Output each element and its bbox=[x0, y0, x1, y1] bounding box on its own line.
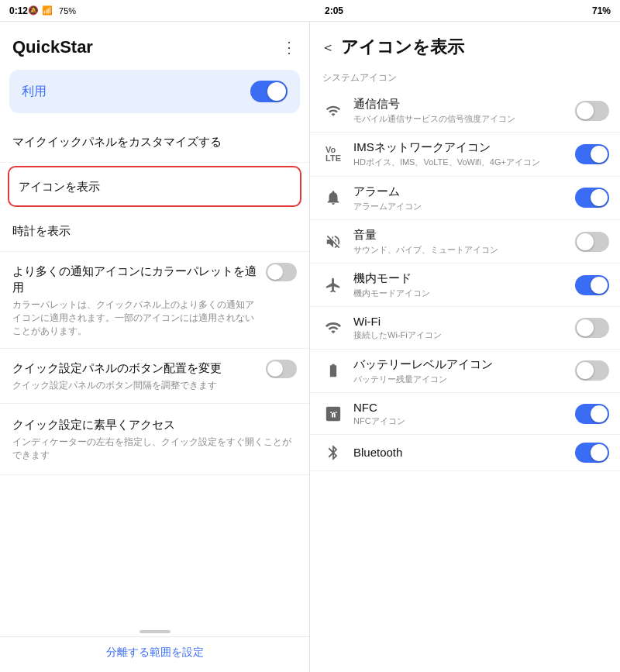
volume-toggle[interactable] bbox=[575, 232, 609, 252]
color-palette-knob bbox=[267, 264, 283, 280]
battery-content: バッテリーレベルアイコン バッテリー残量アイコン bbox=[353, 357, 567, 384]
button-layout-toggle[interactable] bbox=[266, 360, 297, 378]
battery-toggle[interactable] bbox=[575, 360, 609, 381]
wifi-sub: 接続したWi-Fiアイコン bbox=[353, 329, 567, 340]
status-time-right: 2:05 bbox=[76, 5, 592, 16]
alarm-sub: アラームアイコン bbox=[353, 201, 567, 212]
left-item-button-layout[interactable]: クイック設定パネルのボタン配置を変更 クイック設定パネルのボタン間隔を調整できま… bbox=[0, 349, 309, 404]
signal-sub: モバイル通信サービスの信号強度アイコン bbox=[353, 113, 567, 124]
left-item-quick-access[interactable]: クイック設定に素早くアクセス インディケーターの左右を指定し、クイック設定をすぐ… bbox=[0, 404, 309, 475]
quick-access-sub: インディケーターの左右を指定し、クイック設定をすぐ開くことができます bbox=[12, 436, 297, 462]
enabled-label: 利用 bbox=[22, 84, 46, 100]
left-item-show-clock[interactable]: 時計を表示 bbox=[0, 210, 309, 252]
scroll-dot bbox=[140, 630, 170, 633]
list-item[interactable]: アラーム アラームアイコン bbox=[310, 177, 620, 220]
button-layout-knob bbox=[267, 361, 283, 377]
color-palette-toggle[interactable] bbox=[266, 263, 297, 281]
battery-title: バッテリーレベルアイコン bbox=[353, 357, 567, 372]
right-panel: ＜ アイコンを表示 システムアイコン 通信信号 モバイル通信サービスの信号強度ア… bbox=[310, 22, 620, 672]
airplane-icon bbox=[321, 277, 346, 294]
button-layout-text: クイック設定パネルのボタン配置を変更 クイック設定パネルのボタン間隔を調整できま… bbox=[12, 360, 266, 392]
status-icons-center: 🔕 📶 75% bbox=[28, 5, 76, 16]
airplane-knob bbox=[591, 277, 608, 294]
left-item-customize[interactable]: マイクイックパネルをカスタマイズする bbox=[0, 121, 309, 163]
nfc-toggle[interactable] bbox=[575, 404, 609, 424]
volte-icon: VoLTE bbox=[321, 146, 346, 163]
status-time-left: 0:12 bbox=[0, 5, 28, 16]
color-palette-title: より多くの通知アイコンにカラーパレットを適用 bbox=[12, 263, 257, 295]
airplane-content: 機内モード 機内モードアイコン bbox=[353, 271, 567, 298]
button-layout-title: クイック設定パネルのボタン配置を変更 bbox=[12, 360, 257, 376]
nfc-icon bbox=[321, 405, 346, 422]
list-item[interactable]: Wi-Fi 接続したWi-Fiアイコン bbox=[310, 307, 620, 349]
battery-knob bbox=[577, 362, 594, 379]
list-item[interactable]: 機内モード 機内モードアイコン bbox=[310, 264, 620, 307]
alarm-knob bbox=[591, 189, 608, 206]
bluetooth-icon bbox=[321, 444, 346, 461]
alarm-icon bbox=[321, 189, 346, 206]
signal-content: 通信信号 モバイル通信サービスの信号強度アイコン bbox=[353, 97, 567, 124]
wifi-content: Wi-Fi 接続したWi-Fiアイコン bbox=[353, 315, 567, 340]
button-layout-sub: クイック設定パネルのボタン間隔を調整できます bbox=[12, 379, 257, 392]
signal-title: 通信信号 bbox=[353, 97, 567, 112]
wifi-title: Wi-Fi bbox=[353, 315, 567, 328]
mute-icon: 🔕 bbox=[28, 5, 39, 16]
signal-icon bbox=[321, 103, 346, 119]
list-item[interactable]: Bluetooth bbox=[310, 435, 620, 471]
airplane-title: 機内モード bbox=[353, 271, 567, 286]
color-palette-text: より多くの通知アイコンにカラーパレットを適用 カラーパレットは、クイックパネル上… bbox=[12, 263, 266, 337]
enabled-toggle-knob bbox=[267, 82, 286, 101]
left-item-color-palette[interactable]: より多くの通知アイコンにカラーパレットを適用 カラーパレットは、クイックパネル上… bbox=[0, 252, 309, 349]
app-title: QuickStar bbox=[12, 37, 93, 57]
left-item-show-icons[interactable]: アイコンを表示 bbox=[8, 166, 301, 207]
bluetooth-toggle[interactable] bbox=[575, 443, 609, 463]
right-panel-title: アイコンを表示 bbox=[341, 36, 464, 59]
list-item[interactable]: VoLTE IMSネットワークアイコン HDボイス、IMS、VoLTE、VoWi… bbox=[310, 133, 620, 176]
alarm-toggle[interactable] bbox=[575, 188, 609, 208]
volume-knob bbox=[577, 233, 594, 250]
ims-sub: HDボイス、IMS、VoLTE、VoWifi、4G+アイコン bbox=[353, 157, 567, 167]
bluetooth-knob bbox=[591, 444, 608, 461]
status-battery-right: 71% bbox=[592, 5, 620, 16]
airplane-sub: 機内モードアイコン bbox=[353, 288, 567, 298]
separate-range-button[interactable]: 分離する範囲を設定 bbox=[106, 646, 204, 658]
list-item[interactable]: 音量 サウンド、バイブ、ミュートアイコン bbox=[310, 220, 620, 264]
list-item[interactable]: 通信信号 モバイル通信サービスの信号強度アイコン bbox=[310, 89, 620, 133]
ims-title: IMSネットワークアイコン bbox=[353, 140, 567, 155]
ims-content: IMSネットワークアイコン HDボイス、IMS、VoLTE、VoWifi、4G+… bbox=[353, 140, 567, 167]
customize-title: マイクイックパネルをカスタマイズする bbox=[12, 133, 297, 150]
nfc-knob bbox=[591, 405, 608, 422]
show-icons-title: アイコンを表示 bbox=[19, 178, 291, 195]
battery-sub: バッテリー残量アイコン bbox=[353, 374, 567, 384]
bluetooth-content: Bluetooth bbox=[353, 446, 567, 460]
signal-knob bbox=[577, 102, 594, 119]
left-menu: マイクイックパネルをカスタマイズする アイコンを表示 時計を表示 より多くの通知… bbox=[0, 118, 309, 624]
bluetooth-title: Bluetooth bbox=[353, 446, 567, 459]
left-header: QuickStar ⋮ bbox=[0, 22, 309, 65]
show-clock-title: 時計を表示 bbox=[12, 222, 297, 239]
right-header: ＜ アイコンを表示 bbox=[310, 22, 620, 67]
ims-toggle[interactable] bbox=[575, 144, 609, 164]
nfc-content: NFC NFCアイコン bbox=[353, 401, 567, 426]
signal-toggle[interactable] bbox=[575, 101, 609, 121]
left-bottom[interactable]: 分離する範囲を設定 bbox=[0, 636, 309, 672]
ims-knob bbox=[591, 146, 608, 163]
left-panel: QuickStar ⋮ 利用 マイクイックパネルをカスタマイズする アイコンを表… bbox=[0, 22, 310, 672]
more-button[interactable]: ⋮ bbox=[281, 38, 297, 57]
wifi-status-icon: 📶 bbox=[42, 5, 53, 16]
airplane-toggle[interactable] bbox=[575, 275, 609, 295]
wifi-toggle[interactable] bbox=[575, 318, 609, 338]
volume-title: 音量 bbox=[353, 228, 567, 243]
enabled-toggle[interactable] bbox=[250, 81, 288, 102]
enabled-toggle-row[interactable]: 利用 bbox=[9, 70, 300, 113]
section-label: システムアイコン bbox=[310, 67, 620, 89]
list-item[interactable]: NFC NFCアイコン bbox=[310, 393, 620, 435]
wifi-icon bbox=[321, 319, 346, 336]
battery-pct-center: 75% bbox=[59, 6, 76, 16]
back-button[interactable]: ＜ bbox=[321, 38, 335, 57]
volume-content: 音量 サウンド、バイブ、ミュートアイコン bbox=[353, 228, 567, 255]
quick-access-title: クイック設定に素早くアクセス bbox=[12, 416, 297, 432]
status-bar: 0:12 🔕 📶 75% 2:05 71% bbox=[0, 0, 620, 22]
list-item[interactable]: バッテリーレベルアイコン バッテリー残量アイコン bbox=[310, 350, 620, 393]
alarm-content: アラーム アラームアイコン bbox=[353, 184, 567, 212]
